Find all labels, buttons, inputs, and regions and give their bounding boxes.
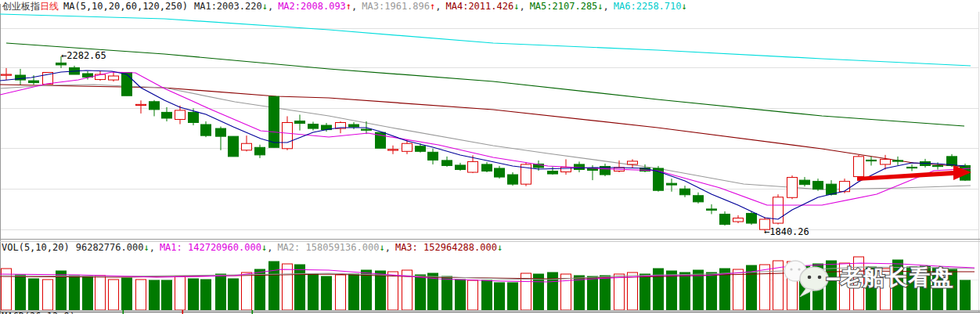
ma-arrow-up-icon: ↑ <box>430 1 435 12</box>
candle-wick <box>141 100 142 114</box>
volume-bar-down <box>216 274 226 310</box>
candle-up <box>881 159 891 164</box>
candle-up <box>242 143 252 150</box>
axis-tick <box>252 310 254 314</box>
candle-down <box>308 125 319 129</box>
ma120-line <box>6 43 964 126</box>
candle-wick <box>6 68 7 80</box>
candle-down <box>216 128 226 136</box>
volume-bar-up <box>175 276 186 310</box>
volume-bar-down <box>707 272 717 310</box>
volume-bar-down <box>83 276 93 310</box>
volume-bar-down <box>680 272 690 310</box>
candle-down <box>548 171 558 175</box>
candle-up <box>628 161 638 164</box>
volume-bar-down <box>362 270 372 310</box>
volume-bar-up <box>733 269 744 310</box>
high-price-annotation: ←2282.65 <box>61 50 106 61</box>
volume-bar-down <box>416 275 426 310</box>
period-label[interactable]: 日线 <box>40 1 59 12</box>
volume-bar-down <box>229 279 239 310</box>
candle-down <box>867 160 877 161</box>
indicator-header: 创业板指 日线 MA(5,10,20,60,120,250) MA1: 2003… <box>2 1 692 12</box>
volume-bar-down <box>269 262 279 310</box>
volume-bar-up <box>2 269 12 310</box>
volume-bar-up <box>614 274 625 310</box>
candle-up <box>468 161 478 172</box>
candle-down <box>456 165 466 170</box>
ma5-line <box>0 70 965 219</box>
volume-bar-down <box>640 274 650 310</box>
candle-up <box>854 157 864 177</box>
candle-down <box>813 182 823 189</box>
candle-down <box>162 112 172 118</box>
candle-up <box>175 110 186 120</box>
watermark-eye <box>790 268 792 270</box>
volume-bar-up <box>283 264 293 310</box>
volume-bar-up <box>628 272 638 310</box>
volume-bar-down <box>162 280 172 310</box>
candle-up <box>136 104 146 105</box>
low-price-annotation: ←1840.26 <box>764 226 809 237</box>
ma-arrow-down-icon: ↓ <box>682 1 687 12</box>
candle-down <box>495 168 505 177</box>
chart-canvas[interactable]: —老船长看盘 <box>0 0 980 314</box>
watermark-eye <box>818 276 822 280</box>
ma60-line <box>0 85 965 167</box>
volume-bar-up <box>388 272 398 310</box>
volume-bar-up <box>43 280 53 310</box>
candle-down <box>933 165 943 166</box>
watermark-eye <box>798 268 800 270</box>
volume-bar-down <box>322 276 332 310</box>
volume-bar-up <box>242 272 252 310</box>
candle-down <box>349 125 359 127</box>
vol-current-value: 96282776.000↓, <box>76 242 158 253</box>
volume-bar-down <box>482 280 492 310</box>
candle-down <box>201 125 211 135</box>
volume-bar-down <box>575 276 585 310</box>
ma-arrow-down-icon: ↓ <box>597 1 603 12</box>
vol-ma-arrow-down-icon: ↓ <box>497 242 503 253</box>
ma10-line <box>0 72 971 205</box>
axis-tick <box>182 310 184 314</box>
volume-header: VOL(5,10,20) 96282776.000↓,MA1: 14272096… <box>2 242 507 253</box>
candle-down <box>416 146 426 152</box>
volume-bar-up <box>561 274 571 310</box>
candle-down <box>800 180 810 185</box>
candle-up <box>283 123 293 149</box>
ma-arrow-down-icon: ↓ <box>262 1 268 12</box>
vol-ma-arrow-down-icon: ↓ <box>379 242 384 253</box>
ma250-line <box>0 14 971 66</box>
volume-bar-down <box>29 279 39 310</box>
volume-bar-down <box>189 279 199 310</box>
volume-bar-down <box>667 271 677 310</box>
candle-down <box>482 164 492 171</box>
volume-bar-up <box>468 280 478 310</box>
candle-down <box>295 121 305 123</box>
ma-item-4: MA4: 2011.426↓, <box>445 1 528 12</box>
volume-bar-down <box>694 270 704 310</box>
candle-down <box>508 175 518 184</box>
candle-down <box>255 147 265 155</box>
candle-up <box>388 150 398 150</box>
volume-bar-down <box>456 280 466 310</box>
candle-down <box>827 184 837 194</box>
volume-bar-down <box>548 272 558 310</box>
vol-params-label: VOL(5,10,20) <box>2 242 70 253</box>
volume-bar-down <box>349 274 359 310</box>
candle-down <box>122 72 132 96</box>
volume-bar-down <box>70 276 80 310</box>
candle-down <box>707 209 717 211</box>
candle-down <box>229 136 239 157</box>
candle-down <box>893 161 903 161</box>
volume-bar-down <box>495 283 505 310</box>
vol-ma-item-3: MA3: 152964288.000↓ <box>395 242 506 253</box>
ma-params-label: MA(5,10,20,60,120,250) <box>63 1 188 12</box>
volume-bar-down <box>308 274 319 310</box>
candle-down <box>150 102 160 110</box>
candle-up <box>109 76 119 80</box>
candle-up <box>733 218 744 222</box>
candle-up <box>2 74 12 75</box>
candle-down <box>269 96 279 147</box>
ma-arrow-down-icon: ↓ <box>513 1 519 12</box>
